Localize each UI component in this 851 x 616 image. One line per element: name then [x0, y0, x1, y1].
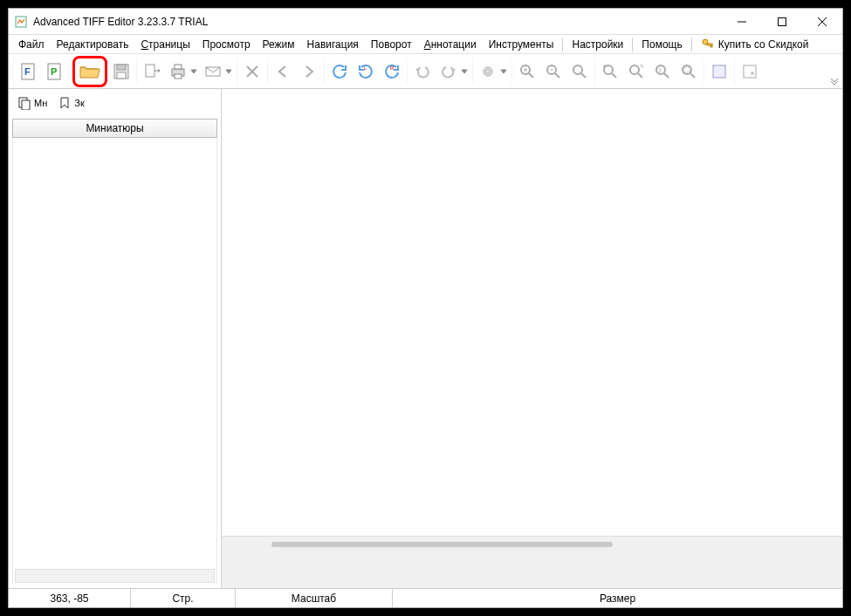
- fullscreen-button[interactable]: [707, 58, 731, 85]
- menu-file[interactable]: Файл: [12, 37, 51, 52]
- menu-separator: [691, 38, 692, 51]
- menu-settings[interactable]: Настройки: [566, 37, 629, 52]
- menu-navigation[interactable]: Навигация: [301, 37, 365, 52]
- menu-annotations[interactable]: Аннотации: [418, 37, 483, 52]
- open-folder-button[interactable]: [72, 56, 107, 87]
- zoom-width-button[interactable]: [598, 58, 622, 85]
- gear-button[interactable]: [476, 58, 500, 85]
- thumbnails-area: [12, 138, 217, 585]
- menu-view[interactable]: Просмотр: [196, 37, 257, 52]
- menu-tools[interactable]: Инструменты: [483, 37, 560, 52]
- svg-text:R: R: [390, 65, 395, 71]
- canvas-horizontal-scrollbar[interactable]: [271, 542, 613, 547]
- svg-rect-52: [22, 100, 30, 110]
- svg-text:F: F: [24, 66, 31, 77]
- svg-point-35: [604, 65, 613, 74]
- app-window: Advanced TIFF Editor 3.23.3.7 TRIAL Файл…: [8, 8, 843, 608]
- save-button[interactable]: [109, 58, 134, 85]
- zoom-out-button[interactable]: [541, 58, 566, 85]
- svg-line-34: [581, 73, 586, 78]
- toolbar-overflow[interactable]: [828, 54, 841, 88]
- delete-button[interactable]: [240, 58, 264, 85]
- minimize-button[interactable]: [722, 9, 762, 34]
- status-zoom: Масштаб: [236, 589, 393, 607]
- mail-button[interactable]: [201, 58, 225, 85]
- svg-line-44: [664, 73, 669, 78]
- canvas[interactable]: [222, 89, 842, 536]
- thumbnails-icon: [17, 96, 31, 110]
- svg-line-31: [555, 73, 559, 78]
- rotate-ccw-button[interactable]: L: [353, 58, 378, 85]
- thumbnails-header[interactable]: Миниатюры: [12, 119, 217, 138]
- svg-rect-15: [146, 65, 154, 77]
- svg-rect-13: [117, 65, 126, 70]
- zoom-height-button[interactable]: [624, 58, 649, 85]
- svg-text:1: 1: [658, 67, 662, 73]
- status-size: Размер: [393, 589, 842, 607]
- sidebar: Мн Зк Миниатюры: [9, 89, 222, 588]
- svg-rect-50: [744, 65, 756, 78]
- app-icon: [14, 15, 28, 29]
- menu-separator: [632, 38, 633, 51]
- svg-point-25: [486, 70, 490, 73]
- zoom-selection-button[interactable]: [676, 58, 701, 85]
- bookmark-icon: [58, 96, 72, 110]
- thumbnails-scrollbar[interactable]: [15, 569, 215, 583]
- svg-line-40: [638, 73, 642, 78]
- svg-rect-48: [684, 67, 690, 72]
- svg-rect-14: [117, 72, 126, 79]
- tool-file-f[interactable]: F: [16, 58, 40, 85]
- next-button[interactable]: [297, 58, 321, 85]
- rotate-left-button[interactable]: [327, 58, 352, 85]
- menubar: Файл Редактировать Страницы Просмотр Реж…: [9, 35, 842, 54]
- canvas-area: [222, 89, 842, 588]
- menu-edit[interactable]: Редактировать: [51, 37, 135, 52]
- zoom-in-button[interactable]: [515, 58, 539, 85]
- titlebar: Advanced TIFF Editor 3.23.3.7 TRIAL: [9, 9, 842, 35]
- svg-rect-49: [713, 65, 725, 78]
- svg-text:P: P: [51, 66, 57, 77]
- menu-rotate[interactable]: Поворот: [365, 37, 418, 52]
- redo-button[interactable]: [436, 58, 461, 85]
- statusbar: 363, -85 Стр. Масштаб Размер: [9, 588, 842, 607]
- menu-buy[interactable]: Купить со Скидкой: [695, 36, 815, 53]
- menu-help[interactable]: Помощь: [635, 37, 688, 52]
- undo-button[interactable]: [410, 58, 435, 85]
- svg-point-39: [630, 65, 639, 74]
- svg-point-33: [573, 65, 582, 74]
- menu-mode[interactable]: Режим: [257, 37, 301, 52]
- redo-dropdown[interactable]: [460, 58, 469, 85]
- status-page: Стр.: [131, 589, 236, 607]
- tab-bookmarks[interactable]: Зк: [54, 94, 87, 112]
- svg-rect-17: [175, 65, 182, 69]
- tool-file-p[interactable]: P: [42, 58, 66, 85]
- toolbar: F P: [9, 54, 842, 89]
- export-page-button[interactable]: [140, 58, 164, 85]
- prev-button[interactable]: [271, 58, 295, 85]
- menu-pages[interactable]: Страницы: [134, 37, 196, 52]
- svg-line-36: [612, 73, 616, 78]
- svg-line-27: [529, 73, 533, 78]
- status-coords: 363, -85: [9, 589, 131, 607]
- zoom-fit-button[interactable]: [567, 58, 592, 85]
- key-icon: [701, 38, 715, 51]
- mail-dropdown[interactable]: [224, 58, 233, 85]
- print-button[interactable]: [166, 58, 190, 85]
- print-dropdown[interactable]: [189, 58, 198, 85]
- close-button[interactable]: [802, 9, 842, 34]
- svg-rect-18: [175, 74, 182, 79]
- svg-line-47: [690, 73, 695, 78]
- show-panel-button[interactable]: [738, 58, 762, 85]
- zoom-actual-button[interactable]: 1: [650, 58, 675, 85]
- gear-dropdown[interactable]: [499, 58, 508, 85]
- menu-separator: [562, 38, 563, 51]
- window-title: Advanced TIFF Editor 3.23.3.7 TRIAL: [33, 16, 722, 28]
- svg-rect-2: [779, 17, 786, 25]
- canvas-bottom-panel: [222, 536, 842, 588]
- maximize-button[interactable]: [762, 9, 802, 34]
- tab-thumbnails[interactable]: Мн: [14, 94, 51, 112]
- svg-rect-7: [710, 45, 712, 47]
- rotate-cw-button[interactable]: R: [380, 58, 404, 85]
